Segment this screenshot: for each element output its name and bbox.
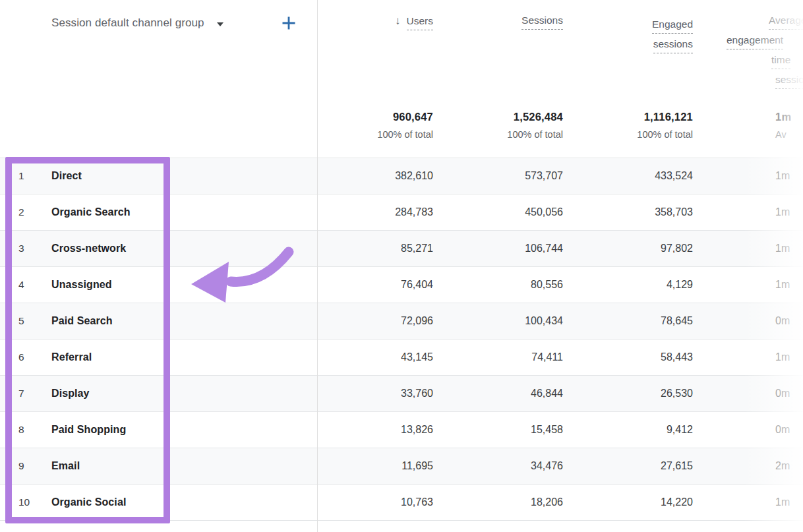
row-avg-time-value: 1m (707, 351, 803, 363)
avg-header-line2: engagement (727, 34, 783, 49)
row-sessions-value: 46,844 (447, 388, 577, 399)
row-users-value: 72,096 (317, 315, 447, 327)
row-users-value: 43,145 (317, 351, 447, 363)
total-sessions-pct: 100% of total (447, 129, 563, 140)
column-header-sessions-label: Sessions (521, 15, 563, 30)
row-users-value: 11,695 (317, 460, 447, 472)
total-sessions-value: 1,526,484 (447, 111, 563, 123)
total-avg-engagement-time: 1m Av (707, 111, 803, 140)
arrow-annotation (183, 241, 299, 310)
row-engaged-value: 26,530 (577, 388, 707, 399)
chevron-down-icon (217, 22, 223, 26)
highlight-box-annotation (5, 157, 170, 523)
avg-header-line3: time (771, 54, 790, 69)
total-avg-time-value: 1m (775, 111, 803, 123)
row-engaged-value: 97,802 (577, 243, 707, 254)
row-avg-time-value: 0m (707, 315, 803, 327)
row-avg-time-value: 0m (707, 424, 803, 436)
column-header-sessions[interactable]: Sessions (447, 15, 577, 26)
row-sessions-value: 74,411 (447, 351, 577, 363)
row-users-value: 76,404 (317, 279, 447, 291)
row-avg-time-value: 2m (707, 460, 803, 472)
sort-descending-icon (395, 15, 401, 28)
row-engaged-value: 58,443 (577, 351, 707, 363)
total-users: 960,647 100% of total (317, 111, 447, 140)
row-users-value: 284,783 (317, 206, 447, 218)
row-engaged-value: 78,645 (577, 315, 707, 327)
column-header-engaged-line1: Engaged (652, 18, 693, 34)
dimension-selector[interactable]: Session default channel group (51, 16, 223, 30)
add-dimension-button[interactable] (281, 15, 297, 31)
row-users-value: 10,763 (317, 496, 447, 508)
row-sessions-value: 100,434 (447, 315, 577, 327)
total-avg-time-sub: Av (775, 129, 803, 140)
row-sessions-value: 106,744 (447, 243, 577, 254)
row-engaged-value: 4,129 (577, 279, 707, 291)
dimension-label: Session default channel group (51, 16, 204, 30)
row-engaged-value: 358,703 (577, 206, 707, 218)
row-engaged-value: 27,615 (577, 460, 707, 472)
row-sessions-value: 80,556 (447, 279, 577, 291)
row-avg-time-value: 1m (707, 243, 803, 254)
row-engaged-value: 9,412 (577, 424, 707, 436)
row-avg-time-value: 1m (707, 279, 803, 291)
row-avg-time-value: 1m (707, 170, 803, 182)
avg-header-line1: Average (769, 15, 803, 30)
total-users-pct: 100% of total (317, 129, 433, 140)
column-divider (317, 0, 318, 532)
row-avg-time-value: 1m (707, 496, 803, 508)
column-header-engaged-line2: sessions (653, 38, 693, 53)
total-sessions: 1,526,484 100% of total (447, 111, 577, 140)
row-sessions-value: 34,476 (447, 460, 577, 472)
avg-header-line4: session (775, 74, 803, 89)
row-engaged-value: 14,220 (577, 496, 707, 508)
row-sessions-value: 15,458 (447, 424, 577, 436)
total-users-value: 960,647 (317, 111, 433, 123)
row-avg-time-value: 1m (707, 206, 803, 218)
total-engaged-pct: 100% of total (577, 129, 693, 140)
total-engaged-sessions: 1,116,121 100% of total (577, 111, 707, 140)
row-sessions-value: 573,707 (447, 170, 577, 182)
column-header-users-label: Users (407, 15, 433, 30)
row-sessions-value: 450,056 (447, 206, 577, 218)
row-sessions-value: 18,206 (447, 496, 577, 508)
row-engaged-value: 433,524 (577, 170, 707, 182)
row-users-value: 33,760 (317, 388, 447, 399)
total-engaged-value: 1,116,121 (577, 111, 693, 123)
row-users-value: 382,610 (317, 170, 447, 182)
column-header-engaged-sessions[interactable]: Engaged sessions (577, 15, 707, 54)
row-users-value: 13,826 (317, 424, 447, 436)
plus-icon (281, 15, 297, 31)
row-users-value: 85,271 (317, 243, 447, 254)
row-avg-time-value: 0m (707, 388, 803, 399)
column-header-users[interactable]: Users (317, 15, 447, 28)
analytics-report-table: Session default channel group Users Sess… (0, 0, 803, 532)
